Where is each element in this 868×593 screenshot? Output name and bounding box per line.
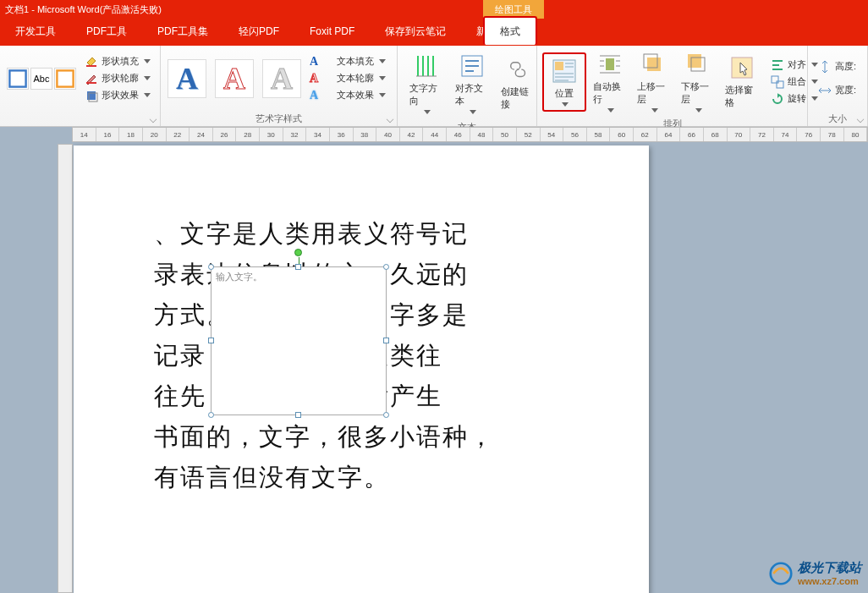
quick-style-2[interactable]: Abc: [30, 68, 52, 90]
resize-handle-sw[interactable]: [208, 412, 214, 418]
svg-rect-9: [606, 58, 614, 70]
group-size: 高度: 宽度: 大小: [808, 46, 868, 126]
selection-pane-button[interactable]: 选择窗格: [720, 51, 764, 113]
text-direction-icon: [413, 52, 440, 80]
align-icon: [771, 58, 784, 72]
group-text: 文字方向 对齐文本 创建链接 文本: [398, 46, 537, 126]
text-outline-button[interactable]: A文本轮廓: [306, 71, 389, 86]
tab-format[interactable]: 格式: [483, 16, 537, 45]
svg-rect-1: [57, 70, 73, 86]
tab-dev[interactable]: 开发工具: [0, 18, 71, 45]
shape-styles-launcher[interactable]: [150, 116, 157, 123]
tab-cloud[interactable]: 保存到云笔记: [370, 18, 461, 45]
align-text-icon: [459, 52, 486, 80]
wordart-launcher[interactable]: [387, 116, 393, 123]
rotation-handle[interactable]: [294, 249, 302, 256]
wordart-3[interactable]: A: [262, 59, 301, 98]
pen-icon: [85, 72, 98, 85]
rotate-icon: [771, 92, 784, 106]
bring-forward-icon: [640, 51, 667, 78]
svg-rect-3: [86, 82, 96, 84]
svg-rect-10: [647, 58, 661, 71]
create-link-button[interactable]: 创建链接: [496, 52, 540, 114]
watermark: 极光下载站 www.xz7.com: [769, 560, 861, 586]
resize-handle-s[interactable]: [295, 412, 301, 418]
width-field[interactable]: 宽度:: [815, 83, 860, 98]
resize-handle-w[interactable]: [208, 338, 214, 343]
svg-rect-0: [9, 70, 25, 86]
ribbon: Abc 形状填充 形状轮廓 形状效果 A A A A文本填充 A文本轮廓 A文本…: [0, 46, 868, 127]
group-icon: [771, 75, 784, 89]
contextual-tab-group-label: 绘图工具: [495, 3, 532, 16]
resize-handle-se[interactable]: [383, 412, 389, 418]
wrap-icon: [596, 51, 624, 78]
resize-handle-n[interactable]: [295, 264, 301, 270]
title-bar: 文档1 - Microsoft Word(产品激活失败) 绘图工具: [0, 0, 868, 19]
text-box[interactable]: 输入文字。: [211, 266, 387, 415]
bring-forward-button[interactable]: 上移一层: [632, 47, 676, 116]
quick-styles[interactable]: Abc: [7, 68, 76, 90]
text-fill-button[interactable]: A文本填充: [306, 54, 389, 69]
size-launcher[interactable]: [857, 116, 864, 123]
resize-handle-e[interactable]: [383, 338, 389, 343]
tab-pdf[interactable]: PDF工具: [71, 18, 142, 45]
document-area: 1416182022242628303234363840424446485052…: [0, 127, 868, 593]
height-icon: [818, 60, 832, 74]
shape-outline-button[interactable]: 形状轮廓: [81, 71, 154, 86]
wordart-2[interactable]: A: [215, 59, 254, 98]
wordart-1[interactable]: A: [168, 59, 206, 98]
position-button[interactable]: 位置: [542, 52, 586, 112]
send-backward-button[interactable]: 下移一层: [676, 47, 720, 116]
align-text-button[interactable]: 对齐文本: [450, 49, 494, 118]
page[interactable]: 、文字是人类用表义符号记录表达信息以传之，久远的方式。 文字多是记录 人类往往先…: [74, 146, 649, 593]
text-direction-button[interactable]: 文字方向: [404, 49, 448, 118]
send-backward-icon: [684, 51, 711, 78]
watermark-url: www.xz7.com: [798, 576, 861, 586]
group-arrange: 位置 自动换行 上移一层 下移一层 选择窗格 对齐 组合 旋转 排列: [537, 46, 808, 126]
height-field[interactable]: 高度:: [815, 59, 860, 74]
resize-handle-ne[interactable]: [383, 264, 389, 270]
wordart-gallery[interactable]: A A A: [168, 59, 301, 98]
vertical-ruler[interactable]: [58, 144, 73, 593]
window-title: 文档1 - Microsoft Word(产品激活失败): [5, 3, 162, 16]
group-shape-styles: Abc 形状填充 形状轮廓 形状效果: [0, 46, 161, 126]
effects-icon: [85, 89, 98, 102]
watermark-name: 极光下载站: [798, 560, 861, 576]
horizontal-ruler[interactable]: 1416182022242628303234363840424446485052…: [72, 127, 868, 142]
shape-fill-button[interactable]: 形状填充: [81, 54, 154, 69]
shape-effects-button[interactable]: 形状效果: [81, 88, 154, 103]
quick-style-3[interactable]: [54, 68, 76, 90]
selection-pane-icon: [728, 54, 755, 81]
group-wordart: A A A A文本填充 A文本轮廓 A文本效果 艺术字样式: [161, 46, 398, 126]
wrap-text-button[interactable]: 自动换行: [588, 47, 632, 116]
watermark-logo-icon: [769, 562, 793, 585]
bucket-icon: [85, 55, 98, 69]
svg-rect-8: [555, 62, 563, 70]
letter-a-outline-icon: A: [310, 72, 333, 85]
quick-style-1[interactable]: [7, 68, 29, 90]
svg-rect-2: [86, 65, 96, 67]
letter-a-glow-icon: A: [310, 89, 333, 102]
position-icon: [551, 58, 578, 85]
tab-foxit[interactable]: Foxit PDF: [294, 18, 370, 45]
tab-lightpdf[interactable]: 轻闪PDF: [223, 18, 294, 45]
svg-rect-15: [772, 76, 778, 83]
letter-a-fill-icon: A: [310, 55, 333, 69]
size-group-label: 大小: [828, 113, 847, 125]
link-icon: [504, 56, 531, 83]
svg-rect-16: [777, 81, 783, 88]
resize-handle-nw[interactable]: [208, 264, 214, 270]
svg-rect-12: [688, 54, 701, 68]
wordart-group-label: 艺术字样式: [255, 113, 302, 125]
width-icon: [818, 84, 832, 97]
text-effects-button[interactable]: A文本效果: [306, 88, 389, 103]
tab-pdfset[interactable]: PDF工具集: [142, 18, 223, 45]
textbox-placeholder: 输入文字。: [212, 267, 386, 287]
ribbon-tabs: 开发工具 PDF工具 PDF工具集 轻闪PDF Foxit PDF 保存到云笔记…: [0, 19, 868, 46]
